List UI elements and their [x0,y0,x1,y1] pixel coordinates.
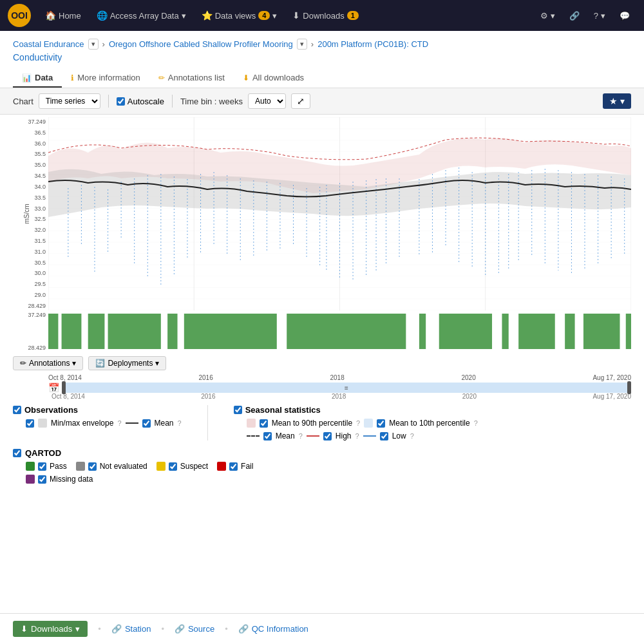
chart-plot[interactable] [48,117,631,310]
tab-annotations[interactable]: ✏ Annotations list [149,69,234,88]
mooring-dropdown[interactable]: ▾ [297,39,307,50]
mini-chart-plot[interactable] [48,310,631,352]
mean90-checkbox[interactable] [260,419,268,428]
annot-tab-icon: ✏ [158,73,165,82]
observations-legend: Observations Min/max envelope ? Mean ? [13,405,182,440]
seasonal-checkbox[interactable] [234,406,242,414]
qartod-fail: Fail [217,462,253,471]
access-dropdown-icon: ▾ [182,11,186,21]
qartod-missing: Missing data [26,475,93,484]
minmax-swatch [38,419,47,428]
brand-logo[interactable]: OOI [8,4,31,27]
nav-data-views[interactable]: ⭐ Data views 4 ▾ [195,6,284,24]
mean-line-obs [126,422,138,424]
deploy-btn-icon: 🔄 [95,359,105,368]
time-slider[interactable]: ≡ [62,383,631,393]
fail-checkbox[interactable] [229,462,238,471]
station-link-label: Station [125,624,151,634]
downloads-button[interactable]: ⬇ Downloads ▾ [13,621,88,637]
main-chart-svg [48,117,631,310]
annotations-button[interactable]: ✏ Annotations ▾ [13,356,83,370]
svg-rect-56 [184,314,277,349]
high-help[interactable]: ? [355,432,359,440]
nav-downloads[interactable]: ⬇ Downloads 1 [286,6,365,24]
low-help[interactable]: ? [410,432,414,440]
breadcrumb-sep-1: › [102,39,105,49]
favorite-button[interactable]: ★ ▾ [603,93,631,109]
time-start-label: Oct 8, 2014 [48,374,82,381]
tab-data[interactable]: 📊 Data [13,69,62,88]
chart-controls: Chart Time series Autoscale Time bin : w… [0,88,644,115]
nav-home[interactable]: 🏠 Home [39,6,88,24]
y-val-3: 36.0 [34,140,46,147]
nav-help[interactable]: ?▾ [587,7,612,24]
observations-checkbox[interactable] [13,406,21,414]
fail-label: Fail [241,462,253,471]
station-link[interactable]: 🔗 Station [111,624,151,634]
nav-settings[interactable]: ⚙▾ [534,7,562,24]
time-bottom-start: Oct 8, 2014 [52,393,85,400]
mean-obs-help[interactable]: ? [178,419,182,427]
slider-handle-right[interactable] [627,381,631,394]
info-tab-icon: ℹ [71,73,74,82]
suspect-checkbox[interactable] [169,462,177,471]
tab-more-info[interactable]: ℹ More information [62,69,149,88]
svg-rect-55 [167,314,177,349]
nav-chat[interactable]: 💬 [613,7,636,24]
qartod-pass: Pass [26,462,67,471]
mini-chart-svg [48,310,631,352]
svg-rect-52 [62,314,82,349]
qartod-not-evaluated: Not evaluated [76,462,147,471]
timebin-select[interactable]: Auto [248,93,286,109]
y-val-13: 31.0 [34,249,46,255]
chart-type-select[interactable]: Time series [39,93,100,109]
calendar-icon[interactable]: 📅 [48,383,59,393]
mean90-help[interactable]: ? [356,419,360,427]
mean-seas-help[interactable]: ? [299,432,303,440]
mean10-help[interactable]: ? [474,419,478,427]
y-val-2: 36.5 [34,129,46,136]
tab-moreinfo-label: More information [77,73,140,82]
qartod-checkbox[interactable] [13,449,21,457]
not-evaluated-checkbox[interactable] [88,462,97,471]
breadcrumb-coastal[interactable]: Coastal Endurance [13,39,84,49]
downloads-badge: 1 [347,11,359,20]
missing-checkbox[interactable] [38,475,46,484]
nav-share[interactable]: 🔗 [563,7,586,24]
minmax-checkbox[interactable] [26,419,34,428]
high-label: High [336,431,352,440]
mean-seas-checkbox[interactable] [263,432,272,440]
minmax-help[interactable]: ? [117,419,121,427]
low-checkbox[interactable] [380,432,388,440]
mean10-checkbox[interactable] [377,419,385,428]
chat-icon: 💬 [620,11,630,21]
y-val-4: 35.5 [34,151,46,157]
autoscale-checkbox[interactable] [117,97,125,106]
mean-obs-checkbox[interactable] [142,419,151,428]
source-link[interactable]: 🔗 Source [175,624,214,634]
slider-middle-icon[interactable]: ≡ [62,384,631,392]
nav-access-label: Access Array Data [110,11,179,21]
high-checkbox[interactable] [323,432,332,440]
qc-link[interactable]: 🔗 QC Information [238,624,308,634]
dataviews-dropdown-icon: ▾ [272,11,277,21]
tab-all-downloads[interactable]: ⬇ All downloads [234,69,313,88]
pass-checkbox[interactable] [38,462,46,471]
nav-home-label: Home [59,11,81,21]
obs-section-title: Observations [13,405,182,415]
coastal-dropdown[interactable]: ▾ [88,39,99,50]
expand-button[interactable]: ⤢ [291,93,310,109]
qartod-suspect: Suspect [156,462,208,471]
breadcrumb-mooring[interactable]: Oregon Offshore Cabled Shallow Profiler … [109,39,293,49]
fail-swatch [217,462,226,471]
tab-data-label: Data [35,73,53,82]
nav-access-array-data[interactable]: 🌐 Access Array Data ▾ [90,6,193,24]
y-val-8: 33.5 [34,194,46,201]
breadcrumb-platform[interactable]: 200m Platform (PC01B): CTD [317,39,428,49]
footer-sep-2: • [161,624,164,634]
high-line [307,435,319,437]
deployments-button[interactable]: 🔄 Deployments ▾ [88,356,166,370]
star-icon: ⭐ [202,10,213,21]
mean10-label: Mean to 10th percentile [389,419,469,428]
svg-rect-63 [583,314,620,349]
